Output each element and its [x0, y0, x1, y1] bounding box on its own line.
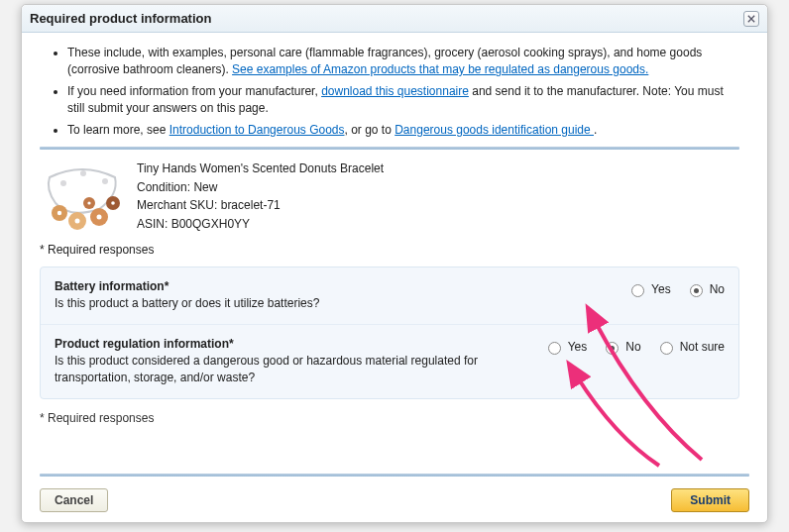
svg-point-2: [102, 178, 108, 184]
intro-text: , or go to: [345, 123, 395, 137]
dialog-body: These include, with examples, personal c…: [22, 33, 767, 470]
regulation-yes-radio[interactable]: [548, 342, 561, 355]
regulation-yes-option[interactable]: Yes: [543, 339, 588, 355]
cancel-button[interactable]: Cancel: [40, 488, 108, 512]
asin-value: B00QGXH0YY: [171, 217, 250, 231]
regulation-no-label: No: [625, 340, 640, 354]
regulation-notsure-label: Not sure: [680, 340, 725, 354]
regulation-yes-label: Yes: [568, 340, 588, 354]
svg-point-0: [60, 180, 66, 186]
battery-yes-radio[interactable]: [631, 284, 644, 297]
intro-dangerous-goods-link[interactable]: Introduction to Dangerous Goods: [169, 123, 345, 137]
asin-label: ASIN:: [137, 217, 171, 231]
download-questionnaire-link[interactable]: download this questionnaire: [321, 84, 469, 98]
svg-point-4: [57, 211, 61, 215]
regulation-title: Product regulation information*: [55, 337, 523, 351]
intro-bullet-2: If you need information from your manufa…: [67, 83, 739, 118]
battery-desc: Is this product a battery or does it uti…: [55, 295, 607, 312]
svg-point-12: [87, 201, 90, 204]
dialog-footer: Cancel Submit: [22, 470, 767, 522]
dangerous-goods-examples-link[interactable]: See examples of Amazon products that may…: [232, 62, 648, 76]
question-regulation: Product regulation information* Is this …: [41, 324, 738, 398]
close-icon: [747, 15, 755, 23]
intro-bullet-3: To learn more, see Introduction to Dange…: [67, 122, 739, 139]
footer-divider: [40, 474, 749, 477]
condition-value: New: [193, 180, 217, 194]
battery-title: Battery information*: [55, 279, 607, 293]
condition-label: Condition:: [137, 180, 193, 194]
intro-text: If you need information from your manufa…: [67, 84, 321, 98]
svg-point-8: [97, 214, 102, 219]
close-button[interactable]: [743, 11, 759, 27]
battery-no-radio[interactable]: [690, 284, 703, 297]
scroll-region[interactable]: These include, with examples, personal c…: [40, 41, 749, 467]
battery-options: Yes No: [626, 279, 725, 312]
question-panel: Battery information* Is this product a b…: [40, 266, 739, 398]
intro-bullet-1: These include, with examples, personal c…: [67, 45, 739, 79]
product-name: Tiny Hands Women's Scented Donuts Bracel…: [137, 160, 384, 178]
product-details: Tiny Hands Women's Scented Donuts Bracel…: [137, 160, 384, 233]
battery-no-option[interactable]: No: [685, 281, 725, 297]
divider: [40, 147, 739, 150]
sku-value: bracelet-71: [221, 198, 281, 212]
battery-yes-label: Yes: [651, 282, 671, 296]
intro-section: These include, with examples, personal c…: [40, 45, 739, 139]
svg-point-1: [80, 170, 86, 176]
question-battery: Battery information* Is this product a b…: [41, 267, 738, 324]
required-legend-top: * Required responses: [40, 243, 739, 257]
sku-label: Merchant SKU:: [137, 198, 221, 212]
svg-point-6: [75, 218, 80, 223]
intro-text: .: [594, 123, 597, 137]
product-row: Tiny Hands Women's Scented Donuts Bracel…: [40, 160, 739, 233]
battery-no-label: No: [710, 282, 725, 296]
regulation-notsure-option[interactable]: Not sure: [655, 339, 725, 355]
dialog: Required product information These inclu…: [21, 4, 768, 523]
regulation-notsure-radio[interactable]: [660, 342, 673, 355]
dialog-title: Required product information: [30, 11, 743, 26]
product-thumbnail: [40, 160, 125, 231]
regulation-options: Yes No Not sure: [543, 337, 725, 386]
regulation-desc: Is this product considered a dangerous g…: [55, 353, 523, 386]
submit-button[interactable]: Submit: [671, 488, 749, 512]
identification-guide-link[interactable]: Dangerous goods identification guide: [394, 123, 594, 137]
svg-point-10: [111, 201, 115, 205]
battery-yes-option[interactable]: Yes: [626, 281, 671, 297]
regulation-no-option[interactable]: No: [601, 339, 640, 355]
dialog-header: Required product information: [22, 5, 767, 33]
regulation-no-radio[interactable]: [606, 342, 619, 355]
required-legend-bottom: * Required responses: [40, 411, 739, 425]
intro-text: To learn more, see: [67, 123, 169, 137]
